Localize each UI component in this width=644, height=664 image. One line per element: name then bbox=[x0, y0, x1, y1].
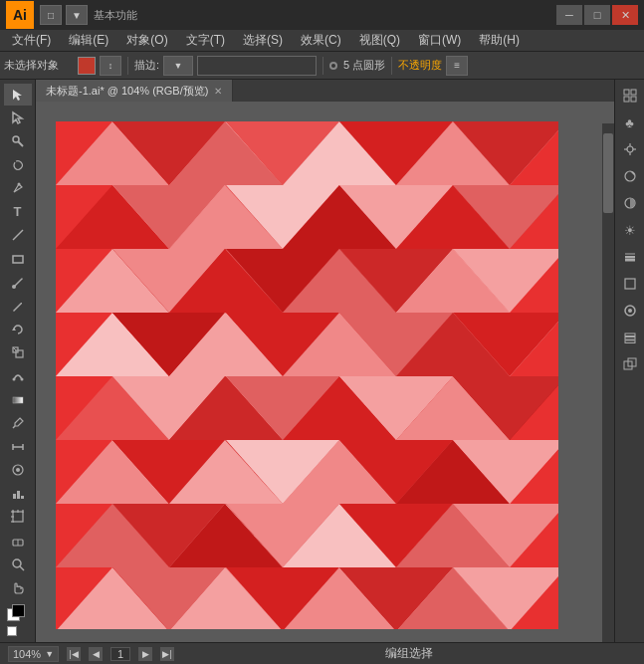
stroke-color-btn[interactable]: ↕ bbox=[100, 56, 121, 76]
sun-panel-btn[interactable]: ☀ bbox=[618, 218, 642, 242]
paintbrush-btn[interactable] bbox=[4, 272, 32, 294]
svg-point-161 bbox=[627, 146, 633, 152]
close-button[interactable]: ✕ bbox=[612, 5, 638, 25]
line-tool-btn[interactable] bbox=[4, 225, 32, 247]
selection-tool-btn[interactable] bbox=[4, 84, 32, 106]
title-doc-btn[interactable]: □ bbox=[40, 5, 62, 25]
stroke-panel-btn[interactable] bbox=[618, 245, 642, 269]
svg-point-13 bbox=[12, 377, 15, 380]
maximize-button[interactable]: □ bbox=[584, 5, 610, 25]
toolbar-menu-btn[interactable]: ≡ bbox=[446, 56, 468, 76]
svg-rect-175 bbox=[625, 337, 635, 340]
svg-rect-157 bbox=[624, 90, 629, 95]
eraser-btn[interactable] bbox=[4, 530, 32, 552]
zoom-btn[interactable] bbox=[4, 553, 32, 575]
align-panel-btn[interactable]: ♣ bbox=[618, 111, 642, 134]
rotate-btn[interactable] bbox=[4, 319, 32, 340]
left-toolbar: T bbox=[0, 80, 36, 642]
info-panel-btn[interactable] bbox=[618, 272, 642, 296]
page-input[interactable]: 1 bbox=[110, 647, 130, 661]
svg-point-4 bbox=[17, 183, 20, 186]
swatch-panel-btn[interactable] bbox=[618, 299, 642, 323]
svg-point-21 bbox=[16, 468, 20, 472]
title-controls: □ ▼ bbox=[40, 5, 88, 25]
menu-view[interactable]: 视图(Q) bbox=[351, 30, 408, 51]
ai-logo: Ai bbox=[6, 1, 34, 29]
fill-color-btn[interactable] bbox=[78, 57, 96, 75]
magic-wand-btn[interactable] bbox=[4, 130, 32, 152]
svg-line-8 bbox=[21, 303, 22, 304]
hand-btn[interactable] bbox=[4, 576, 32, 598]
color-panel-btn[interactable] bbox=[618, 164, 642, 188]
menu-window[interactable]: 窗口(W) bbox=[410, 30, 469, 51]
v-scroll-thumb[interactable] bbox=[603, 133, 613, 213]
fill-swatch[interactable] bbox=[12, 604, 25, 617]
pencil-btn[interactable] bbox=[4, 295, 32, 317]
page-last-btn[interactable]: ▶| bbox=[160, 647, 174, 661]
menu-file[interactable]: 文件(F) bbox=[4, 30, 59, 51]
symbol-btn[interactable] bbox=[4, 460, 32, 482]
stroke-size-input[interactable] bbox=[197, 56, 317, 76]
svg-rect-15 bbox=[13, 397, 23, 403]
stroke-type-btn[interactable]: ▼ bbox=[163, 56, 193, 76]
scale-btn[interactable] bbox=[4, 342, 32, 364]
appearance-panel-btn[interactable] bbox=[618, 191, 642, 215]
transform-panel-btn[interactable] bbox=[618, 137, 642, 161]
svg-line-2 bbox=[18, 141, 23, 146]
pen-tool-btn[interactable] bbox=[4, 177, 32, 199]
menu-help[interactable]: 帮助(H) bbox=[471, 30, 528, 51]
stroke-label: 描边: bbox=[134, 58, 159, 73]
page-first-btn[interactable]: |◀ bbox=[67, 647, 81, 661]
lasso-btn[interactable] bbox=[4, 154, 32, 176]
svg-line-35 bbox=[20, 566, 24, 570]
stroke-size-label: 5 点圆形 bbox=[343, 58, 385, 73]
direct-select-tool-btn[interactable] bbox=[4, 108, 32, 129]
doc-tab-close[interactable]: ✕ bbox=[214, 86, 222, 97]
layers-panel-btn[interactable] bbox=[618, 326, 642, 349]
artboards-panel-btn[interactable] bbox=[618, 352, 642, 376]
none-swatch[interactable] bbox=[7, 626, 17, 636]
opacity-label[interactable]: 不透明度 bbox=[398, 58, 442, 73]
doc-tab-bar: 未标题-1.ai* @ 104% (RGB/预览) ✕ bbox=[36, 80, 614, 102]
menu-effect[interactable]: 效果(C) bbox=[293, 30, 349, 51]
group-select-label: 编组选择 bbox=[182, 645, 636, 662]
svg-rect-24 bbox=[21, 496, 24, 499]
svg-marker-9 bbox=[12, 328, 16, 331]
zoom-dropdown[interactable]: ▼ bbox=[45, 649, 54, 659]
warp-btn[interactable] bbox=[4, 365, 32, 387]
zoom-display[interactable]: 104% ▼ bbox=[8, 646, 59, 662]
svg-rect-10 bbox=[16, 350, 23, 357]
page-prev-btn[interactable]: ◀ bbox=[89, 647, 103, 661]
svg-rect-6 bbox=[13, 256, 23, 263]
dot-circle-icon bbox=[329, 62, 337, 70]
eyedropper-btn[interactable] bbox=[4, 412, 32, 434]
zoom-value: 104% bbox=[13, 648, 41, 660]
rect-tool-btn[interactable] bbox=[4, 248, 32, 270]
status-bar: 104% ▼ |◀ ◀ 1 ▶ ▶| 编组选择 bbox=[0, 642, 644, 664]
menu-edit[interactable]: 编辑(E) bbox=[61, 30, 116, 51]
v-scrollbar[interactable] bbox=[602, 123, 614, 642]
svg-line-5 bbox=[13, 230, 23, 240]
svg-rect-159 bbox=[624, 97, 629, 102]
svg-rect-171 bbox=[625, 279, 635, 289]
canvas-viewport[interactable]: .t1 { fill: #d42020; } .t2 { fill: #e850… bbox=[36, 102, 614, 642]
title-dropdown-btn[interactable]: ▼ bbox=[66, 5, 88, 25]
minimize-button[interactable]: ─ bbox=[556, 5, 582, 25]
svg-point-14 bbox=[20, 377, 23, 380]
svg-rect-176 bbox=[625, 340, 635, 343]
svg-rect-22 bbox=[13, 494, 16, 499]
graph-btn[interactable] bbox=[4, 483, 32, 505]
artboard-btn[interactable] bbox=[4, 507, 32, 529]
doc-tab[interactable]: 未标题-1.ai* @ 104% (RGB/预览) ✕ bbox=[36, 80, 233, 102]
gradient-btn[interactable] bbox=[4, 389, 32, 411]
measure-btn[interactable] bbox=[4, 436, 32, 458]
svg-marker-1 bbox=[13, 112, 22, 123]
page-next-btn[interactable]: ▶ bbox=[138, 647, 152, 661]
grid-panel-btn[interactable] bbox=[618, 84, 642, 108]
svg-rect-160 bbox=[631, 97, 636, 102]
main-area: T bbox=[0, 80, 644, 642]
menu-object[interactable]: 对象(O) bbox=[118, 30, 175, 51]
type-tool-btn[interactable]: T bbox=[4, 201, 32, 223]
menu-type[interactable]: 文字(T) bbox=[178, 30, 233, 51]
menu-select[interactable]: 选择(S) bbox=[235, 30, 291, 51]
